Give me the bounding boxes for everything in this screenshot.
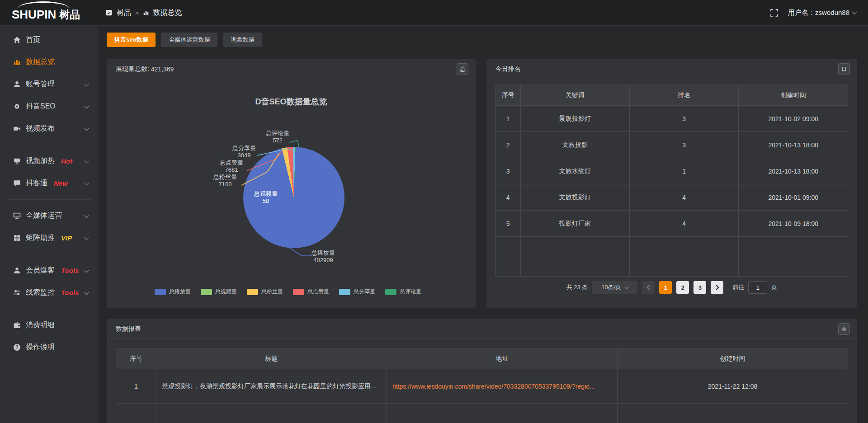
chevron-down-icon xyxy=(84,212,89,217)
ranking-table: 序号 关键词 排名 创建时间 1 景观投影灯 3 2021-10-02 09:0… xyxy=(495,85,848,277)
table-header-row: 序号 关键词 排名 创建时间 xyxy=(496,85,848,106)
chevron-left-icon xyxy=(646,285,651,290)
chevron-down-icon xyxy=(84,235,89,240)
impressions-panel: 展现量总数: 421,369 总 D音SEO数据量总览 总评论量 572 xyxy=(107,59,476,308)
legend-swatch xyxy=(201,289,212,295)
sidebar-item-label: 全媒体运营 xyxy=(26,211,62,221)
pie-label-shares: 总分享量 3049 xyxy=(212,145,276,159)
day-badge-button[interactable]: 日 xyxy=(838,63,850,75)
page-size-value: 10条/页 xyxy=(601,283,621,291)
chevron-down-icon xyxy=(84,103,89,108)
table-empty-row xyxy=(496,237,848,277)
total-badge-button[interactable]: 总 xyxy=(457,63,468,75)
legend-label: 总粉丝量 xyxy=(261,288,283,296)
user-icon xyxy=(13,267,21,274)
fullscreen-icon[interactable] xyxy=(770,9,778,17)
impressions-panel-header: 展现量总数: 421,369 xyxy=(107,59,476,79)
page-button-2[interactable]: 2 xyxy=(676,281,689,294)
app-square-icon xyxy=(106,9,113,16)
pie-label-name: 总分享量 xyxy=(212,145,276,152)
goto-label: 前往 xyxy=(732,283,744,291)
sidebar-item-matrix-boost[interactable]: 矩阵助推 VIP xyxy=(0,227,98,249)
sidebar-item-home[interactable]: 首页 xyxy=(0,29,98,51)
legend-item-plays[interactable]: 总播放量 xyxy=(155,288,191,296)
table-partial-row xyxy=(116,404,848,423)
sidebar-item-omnimedia[interactable]: 全媒体运营 xyxy=(0,205,98,227)
report-table: 序号 标题 地址 创建时间 1 景观投影灯，夜游景观投影灯厂家展示展示落花灯在花… xyxy=(116,348,848,423)
legend-label: 总分享量 xyxy=(354,288,375,296)
table-badge-button[interactable]: 表 xyxy=(838,323,850,335)
sidebar-item-data-overview[interactable]: 数据总览 xyxy=(0,51,98,73)
breadcrumb-root[interactable]: 树品 xyxy=(117,8,131,18)
sidebar: 首页 数据总览 账号管理 抖音SEO 视频发布 视频加热 Hot xyxy=(0,26,98,423)
user-menu[interactable]: 用户名：zswodun88 xyxy=(788,9,856,17)
table-row: 3 文旅水纹灯 1 2021-10-13 18:00 xyxy=(496,158,848,184)
tab-omnimedia-data[interactable]: 全媒体运营数据 xyxy=(161,33,217,47)
username-label: 用户名：zswodun88 xyxy=(788,9,849,17)
page-size-select[interactable]: 10条/页 xyxy=(592,281,637,294)
col-keyword: 关键词 xyxy=(520,85,629,106)
page-button-3[interactable]: 3 xyxy=(693,281,706,294)
chevron-down-icon xyxy=(625,285,629,289)
question-circle-icon: ? xyxy=(13,343,21,351)
col-index: 序号 xyxy=(116,348,156,369)
impressions-label: 展现量总数: xyxy=(116,65,149,73)
sidebar-item-lead-monitor[interactable]: 线索监控 Tools xyxy=(0,282,98,304)
breadcrumb-current: 数据总览 xyxy=(153,8,182,18)
tools-badge: Tools xyxy=(61,289,79,296)
sidebar-item-label: 操作说明 xyxy=(26,343,55,352)
sidebar-item-label: 抖客通 xyxy=(26,179,47,188)
pie-chart: D音SEO数据量总览 总评论量 572 总分享量 3049 xyxy=(107,79,476,308)
top-header: SHUPIN 树品 树品 > 数据总览 用户名：zswodun88 xyxy=(0,0,868,26)
goto-page-input[interactable] xyxy=(748,281,767,294)
video-title-cell: 景观投影灯，夜游景观投影灯厂家展示展示落花灯在花园里的灯光投影应用效果 # xyxy=(156,369,387,404)
table-header-row: 序号 标题 地址 创建时间 xyxy=(116,348,848,369)
sidebar-item-video-publish[interactable]: 视频发布 xyxy=(0,118,98,140)
sidebar-item-video-heat[interactable]: 视频加热 Hot xyxy=(0,150,98,172)
sidebar-item-account[interactable]: 账号管理 xyxy=(0,73,98,95)
sidebar-item-member-tools[interactable]: 会员爆客 Tools xyxy=(0,259,98,282)
chevron-down-icon xyxy=(84,180,89,185)
video-url-link[interactable]: https://www.iesdouyin.com/share/video/70… xyxy=(392,383,595,390)
sidebar-item-label: 首页 xyxy=(26,35,40,45)
prev-page-button[interactable] xyxy=(642,281,655,294)
new-badge: New xyxy=(54,179,68,187)
legend-item-comments[interactable]: 总评论量 xyxy=(385,288,421,296)
sidebar-item-help[interactable]: ? 操作说明 xyxy=(0,336,98,358)
sidebar-item-douketong[interactable]: 抖客通 New xyxy=(0,172,98,194)
pagination: 共 23 条 10条/页 1 2 3 前往 页 xyxy=(495,281,848,294)
table-row: 2 文旅投影 3 2021-10-13 18:00 xyxy=(496,132,848,158)
next-page-button[interactable] xyxy=(711,281,723,294)
pie-label-name: 总播放量 xyxy=(292,249,355,257)
sidebar-item-label: 抖音SEO xyxy=(26,102,56,111)
sidebar-item-label: 视频发布 xyxy=(26,124,55,133)
logo-arc xyxy=(18,1,69,15)
table-row: 5 投影灯厂家 4 2021-10-09 18:00 xyxy=(496,211,848,237)
chevron-down-icon xyxy=(84,81,89,86)
sidebar-item-spend-detail[interactable]: 消费明细 xyxy=(0,314,98,336)
pie-label-name: 总粉丝量 xyxy=(193,174,257,181)
table-row: 4 文旅投影灯 4 2021-10-01 09:00 xyxy=(496,184,848,211)
home-icon xyxy=(13,36,21,44)
chevron-right-icon xyxy=(714,285,719,290)
legend-swatch xyxy=(339,289,350,295)
legend-item-videos[interactable]: 总视频量 xyxy=(201,288,237,296)
pie-label-value: 572 xyxy=(246,137,309,144)
pie-label-plays: 总播放量 402909 xyxy=(292,249,355,264)
tab-douyin-seo[interactable]: 抖音seo数据 xyxy=(107,33,156,47)
sidebar-item-label: 消费明细 xyxy=(26,320,55,330)
tab-inquiry-data[interactable]: 询盘数据 xyxy=(223,33,262,47)
data-tabs: 抖音seo数据 全媒体运营数据 询盘数据 xyxy=(107,33,857,47)
report-panel-title: 数据报表 xyxy=(116,325,141,333)
pie-label-value: 7100 xyxy=(193,181,257,188)
breadcrumb-separator: > xyxy=(135,9,139,16)
table-row: 1 景观投影灯 3 2021-10-02 09:00 xyxy=(496,106,848,132)
legend-item-likes[interactable]: 总点赞量 xyxy=(293,288,329,296)
pie-label-value: 3049 xyxy=(212,152,276,159)
table-row: 1 景观投影灯，夜游景观投影灯厂家展示展示落花灯在花园里的灯光投影应用效果 # … xyxy=(116,369,848,404)
page-button-1[interactable]: 1 xyxy=(659,281,672,294)
sidebar-item-douyin-seo[interactable]: 抖音SEO xyxy=(0,95,98,118)
legend-item-shares[interactable]: 总分享量 xyxy=(339,288,375,296)
main-content: 抖音seo数据 全媒体运营数据 询盘数据 展现量总数: 421,369 总 D音… xyxy=(98,26,868,423)
legend-item-fans[interactable]: 总粉丝量 xyxy=(247,288,283,296)
